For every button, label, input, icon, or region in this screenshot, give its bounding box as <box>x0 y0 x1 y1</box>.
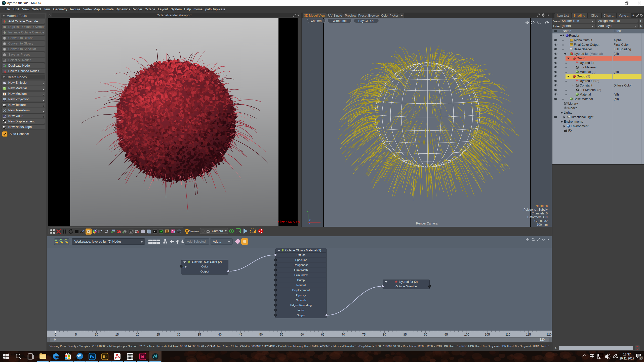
svg-text:100: 100 <box>464 333 469 336</box>
svg-text:55: 55 <box>280 333 284 336</box>
svg-text:110: 110 <box>505 333 510 336</box>
svg-text:Y: Y <box>307 210 309 213</box>
svg-text:Br: Br <box>103 355 107 358</box>
svg-text:13:37: 13:37 <box>623 353 631 356</box>
svg-text:25: 25 <box>156 333 160 336</box>
svg-text:15: 15 <box>115 333 119 336</box>
svg-text:105: 105 <box>485 333 490 336</box>
svg-text:Ps: Ps <box>90 355 94 358</box>
svg-text:70: 70 <box>342 333 345 336</box>
svg-text:85: 85 <box>403 333 407 336</box>
svg-text:20: 20 <box>136 333 139 336</box>
svg-text:60: 60 <box>301 333 304 336</box>
svg-text:115: 115 <box>526 333 531 336</box>
svg-text:Z: Z <box>309 219 311 222</box>
svg-text:Id: Id <box>141 355 144 358</box>
svg-text:75: 75 <box>362 333 366 336</box>
svg-text:120: 120 <box>546 333 551 336</box>
svg-text:95: 95 <box>445 333 448 336</box>
svg-text:30: 30 <box>177 333 181 336</box>
svg-text:5: 5 <box>75 333 77 336</box>
svg-text:50: 50 <box>259 333 263 336</box>
svg-text:29.11.2017: 29.11.2017 <box>619 357 634 360</box>
svg-text:65: 65 <box>321 333 325 336</box>
svg-text:35: 35 <box>198 333 201 336</box>
svg-text:90: 90 <box>424 333 427 336</box>
svg-text:10: 10 <box>95 333 98 336</box>
svg-text:80: 80 <box>383 333 386 336</box>
svg-text:2: 2 <box>640 356 641 359</box>
svg-text:0: 0 <box>55 333 56 336</box>
svg-text:45: 45 <box>239 333 242 336</box>
svg-text:40: 40 <box>218 333 222 336</box>
